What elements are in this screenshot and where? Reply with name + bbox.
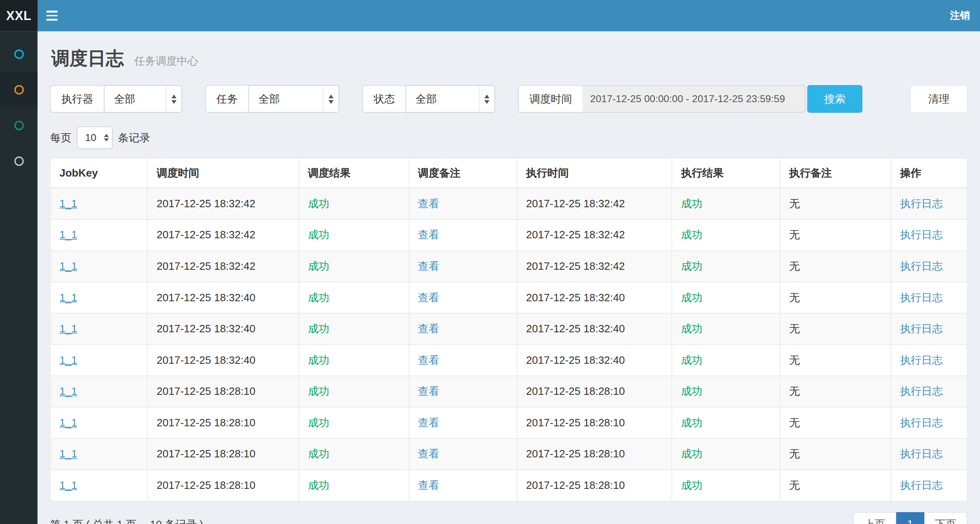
table-row: 1_12017-12-25 18:32:42成功查看2017-12-25 18:… [50, 188, 967, 219]
view-trigger-msg-link[interactable]: 查看 [418, 479, 439, 491]
sidebar-toggle-button[interactable] [38, 0, 66, 31]
table-cell-trigger_time: 2017-12-25 18:32:42 [148, 219, 299, 251]
view-trigger-msg-link[interactable]: 查看 [418, 354, 439, 366]
jobkey-link[interactable]: 1_1 [59, 417, 77, 428]
job-filter-group: 任务 全部 [205, 85, 339, 112]
view-trigger-msg-link[interactable]: 查看 [418, 323, 439, 335]
next-page-button[interactable]: 下页 [924, 512, 967, 524]
page-size-prefix-label: 每页 [50, 130, 72, 145]
table-cell-trigger_time: 2017-12-25 18:28:10 [148, 470, 299, 501]
jobkey-link[interactable]: 1_1 [59, 260, 77, 272]
prev-page-button[interactable]: 上页 [852, 512, 896, 524]
table-cell-job_key: 1_1 [50, 376, 148, 408]
time-filter-group: 调度时间 [518, 85, 805, 112]
exec-log-link[interactable]: 执行日志 [900, 479, 943, 491]
view-trigger-msg-link[interactable]: 查看 [418, 385, 439, 397]
job-select[interactable]: 全部 [248, 85, 339, 112]
main-content: 调度日志 任务调度中心 执行器 全部 任务 全部 状态 [38, 31, 980, 524]
jobkey-link[interactable]: 1_1 [59, 385, 77, 397]
table-cell-job_key: 1_1 [50, 439, 148, 470]
sidebar-item-job-manage[interactable] [0, 72, 38, 107]
jobkey-link[interactable]: 1_1 [59, 322, 77, 334]
jobkey-link[interactable]: 1_1 [59, 448, 77, 460]
table-cell-trigger_result: 成功 [299, 251, 409, 282]
table-row: 1_12017-12-25 18:28:10成功查看2017-12-25 18:… [50, 376, 967, 408]
table-cell-trigger_time: 2017-12-25 18:28:10 [148, 407, 299, 439]
exec-log-link[interactable]: 执行日志 [900, 385, 943, 397]
view-trigger-msg-link[interactable]: 查看 [418, 448, 439, 460]
filter-bar: 执行器 全部 任务 全部 状态 全部 [50, 85, 968, 112]
circle-icon [14, 49, 23, 59]
view-trigger-msg-link[interactable]: 查看 [418, 417, 439, 429]
time-range-input[interactable] [583, 85, 805, 112]
log-table: JobKey 调度时间 调度结果 调度备注 执行时间 执行结果 执行备注 操作 … [50, 158, 968, 502]
table-cell-handle_result: 成功 [672, 219, 780, 251]
circle-icon [14, 85, 23, 94]
table-cell-trigger_msg: 查看 [409, 376, 517, 408]
exec-log-link[interactable]: 执行日志 [900, 198, 943, 210]
page-size-suffix-label: 条记录 [118, 130, 150, 145]
exec-log-link[interactable]: 执行日志 [900, 448, 943, 460]
table-cell-action: 执行日志 [891, 251, 967, 282]
executor-select-value: 全部 [114, 92, 160, 106]
executor-select[interactable]: 全部 [104, 85, 182, 112]
brand-logo[interactable]: XXL [0, 0, 38, 31]
clean-button[interactable]: 清理 [910, 85, 968, 112]
col-header-action: 操作 [891, 158, 967, 188]
exec-log-link[interactable]: 执行日志 [900, 229, 943, 241]
table-cell-trigger_msg: 查看 [409, 282, 517, 314]
table-cell-trigger_result: 成功 [299, 345, 409, 376]
hamburger-icon [46, 15, 58, 16]
logout-link[interactable]: 注销 [940, 0, 980, 31]
view-trigger-msg-link[interactable]: 查看 [418, 198, 439, 210]
view-trigger-msg-link[interactable]: 查看 [418, 292, 439, 304]
table-cell-trigger_result: 成功 [299, 470, 409, 501]
exec-log-link[interactable]: 执行日志 [900, 260, 943, 272]
table-cell-handle_msg: 无 [780, 439, 891, 470]
table-footer: 第 1 页 ( 总共 1 页， 10 条记录 ) 上页 1 下页 [50, 512, 968, 524]
table-cell-job_key: 1_1 [50, 345, 148, 376]
table-cell-trigger_msg: 查看 [409, 439, 517, 470]
table-cell-trigger_msg: 查看 [409, 407, 517, 439]
sidebar-item-dashboard[interactable] [0, 36, 38, 72]
status-select[interactable]: 全部 [405, 85, 495, 112]
table-cell-handle_result: 成功 [672, 345, 780, 376]
current-page-button[interactable]: 1 [896, 512, 924, 524]
exec-log-link[interactable]: 执行日志 [900, 354, 943, 366]
col-header-trigger-msg: 调度备注 [409, 158, 517, 188]
table-cell-action: 执行日志 [891, 376, 967, 408]
jobkey-link[interactable]: 1_1 [59, 197, 77, 209]
col-header-trigger-time: 调度时间 [148, 158, 299, 188]
jobkey-link[interactable]: 1_1 [59, 354, 77, 366]
jobkey-link[interactable]: 1_1 [59, 229, 77, 241]
table-cell-handle_result: 成功 [672, 407, 780, 439]
jobkey-link[interactable]: 1_1 [59, 479, 77, 491]
table-cell-job_key: 1_1 [50, 282, 148, 314]
table-cell-handle_msg: 无 [780, 345, 891, 376]
exec-log-link[interactable]: 执行日志 [900, 417, 943, 429]
hamburger-icon [46, 11, 58, 12]
table-cell-handle_time: 2017-12-25 18:28:10 [517, 439, 672, 470]
table-cell-handle_time: 2017-12-25 18:32:40 [517, 313, 672, 345]
table-cell-trigger_result: 成功 [299, 188, 409, 219]
select-stepper-icon [323, 86, 338, 112]
sidebar-item-job-log[interactable] [0, 107, 38, 143]
log-table-body: 1_12017-12-25 18:32:42成功查看2017-12-25 18:… [50, 188, 967, 501]
exec-log-link[interactable]: 执行日志 [900, 292, 943, 304]
table-cell-action: 执行日志 [891, 439, 967, 470]
table-cell-trigger_msg: 查看 [409, 188, 517, 219]
jobkey-link[interactable]: 1_1 [59, 291, 77, 303]
table-cell-trigger_msg: 查看 [409, 313, 517, 345]
table-row: 1_12017-12-25 18:32:42成功查看2017-12-25 18:… [50, 251, 967, 282]
view-trigger-msg-link[interactable]: 查看 [418, 260, 439, 272]
exec-log-link[interactable]: 执行日志 [900, 323, 943, 335]
page-subtitle: 任务调度中心 [134, 55, 198, 67]
search-button[interactable]: 搜索 [807, 85, 862, 112]
circle-icon [14, 121, 23, 130]
table-cell-trigger_result: 成功 [299, 219, 409, 251]
table-cell-job_key: 1_1 [50, 219, 148, 251]
select-stepper-icon [101, 127, 112, 148]
view-trigger-msg-link[interactable]: 查看 [418, 229, 439, 241]
page-size-select[interactable]: 10 [77, 126, 112, 149]
sidebar-item-executor-manage[interactable] [0, 143, 38, 179]
